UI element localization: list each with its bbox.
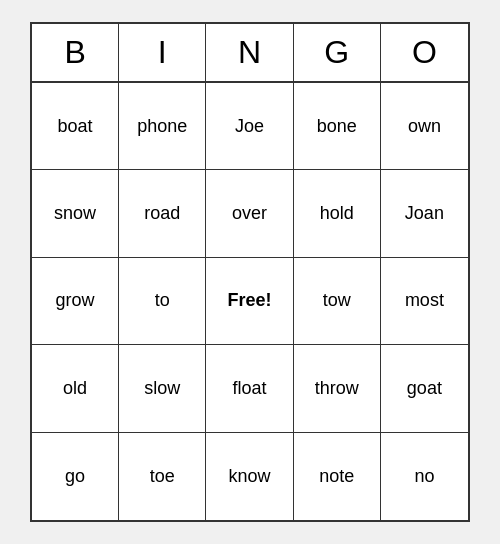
grid-cell-0: boat — [32, 83, 119, 170]
grid-cell-24: no — [381, 433, 468, 520]
grid-cell-19: goat — [381, 345, 468, 432]
grid-cell-3: bone — [294, 83, 381, 170]
grid-cell-1: phone — [119, 83, 206, 170]
grid-cell-12: Free! — [206, 258, 293, 345]
grid-cell-14: most — [381, 258, 468, 345]
grid-cell-20: go — [32, 433, 119, 520]
grid-cell-8: hold — [294, 170, 381, 257]
header-n: N — [206, 24, 293, 81]
header-i: I — [119, 24, 206, 81]
grid-cell-21: toe — [119, 433, 206, 520]
grid-cell-13: tow — [294, 258, 381, 345]
grid-cell-16: slow — [119, 345, 206, 432]
grid-cell-6: road — [119, 170, 206, 257]
grid-cell-15: old — [32, 345, 119, 432]
header-g: G — [294, 24, 381, 81]
grid-cell-22: know — [206, 433, 293, 520]
grid-cell-17: float — [206, 345, 293, 432]
header-b: B — [32, 24, 119, 81]
grid-cell-4: own — [381, 83, 468, 170]
grid-cell-23: note — [294, 433, 381, 520]
bingo-grid: boatphoneJoeboneownsnowroadoverholdJoang… — [32, 83, 468, 520]
grid-cell-2: Joe — [206, 83, 293, 170]
grid-cell-7: over — [206, 170, 293, 257]
grid-cell-10: grow — [32, 258, 119, 345]
bingo-header: B I N G O — [32, 24, 468, 83]
grid-cell-11: to — [119, 258, 206, 345]
grid-cell-9: Joan — [381, 170, 468, 257]
bingo-card: B I N G O boatphoneJoeboneownsnowroadove… — [30, 22, 470, 522]
grid-cell-5: snow — [32, 170, 119, 257]
grid-cell-18: throw — [294, 345, 381, 432]
header-o: O — [381, 24, 468, 81]
